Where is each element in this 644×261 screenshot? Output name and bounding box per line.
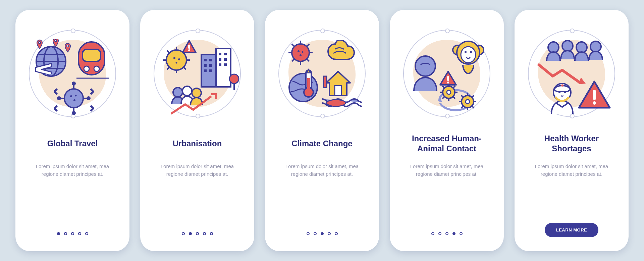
dot-5[interactable] [335, 232, 338, 235]
svg-rect-32 [224, 53, 227, 55]
svg-rect-38 [233, 84, 235, 90]
svg-point-7 [84, 66, 89, 71]
svg-rect-72 [562, 84, 563, 87]
svg-point-3 [55, 40, 57, 42]
svg-point-45 [300, 54, 302, 56]
dot-2[interactable] [314, 232, 317, 235]
svg-point-53 [415, 56, 435, 76]
dot-5[interactable] [460, 232, 463, 235]
svg-rect-25 [204, 59, 207, 61]
svg-point-63 [447, 90, 451, 94]
onboarding-card-2: Urbanisation Lorem ipsum dolor sit amet,… [140, 10, 254, 251]
svg-point-68 [576, 42, 587, 53]
svg-point-19 [178, 58, 180, 60]
svg-rect-34 [224, 58, 227, 61]
worker-shortage-icon [528, 30, 615, 117]
svg-point-16 [73, 99, 75, 101]
svg-point-59 [470, 51, 472, 53]
svg-point-40 [182, 86, 192, 96]
svg-point-12 [58, 97, 60, 100]
page-indicator [431, 232, 463, 235]
card-body: Lorem ipsum dolor sit amet, mea regione … [398, 163, 495, 178]
svg-point-65 [466, 100, 470, 104]
dot-1[interactable] [57, 232, 60, 235]
card-title: Increased Human-Animal Contact [398, 130, 495, 157]
dot-4[interactable] [203, 232, 206, 235]
onboarding-card-1: Global Travel Lorem ipsum dolor sit amet… [15, 10, 129, 251]
dot-4[interactable] [78, 232, 81, 235]
svg-rect-50 [335, 86, 341, 96]
card-title: Health Worker Shortages [523, 130, 620, 157]
dot-5[interactable] [210, 232, 213, 235]
card-body: Lorem ipsum dolor sit amet, mea regione … [523, 163, 620, 178]
svg-rect-27 [204, 64, 207, 67]
svg-point-52 [327, 100, 345, 106]
svg-rect-75 [593, 90, 596, 100]
svg-rect-51 [323, 76, 327, 88]
svg-rect-30 [209, 69, 212, 72]
svg-rect-23 [201, 55, 216, 87]
svg-point-11 [72, 112, 75, 114]
svg-point-41 [192, 88, 201, 98]
dot-3[interactable] [321, 232, 324, 235]
onboarding-card-5: Health Worker Shortages Lorem ipsum dolo… [515, 10, 629, 251]
dot-4[interactable] [328, 232, 331, 235]
card-body: Lorem ipsum dolor sit amet, mea regione … [24, 163, 121, 178]
dot-1[interactable] [182, 232, 185, 235]
svg-rect-49 [307, 78, 310, 90]
svg-rect-28 [209, 64, 212, 67]
dot-3[interactable] [71, 232, 74, 235]
svg-point-66 [548, 42, 559, 53]
page-indicator [182, 232, 213, 235]
card-title: Urbanisation [171, 130, 224, 157]
climate-change-icon [278, 30, 366, 117]
dot-1[interactable] [431, 232, 434, 235]
card-title: Global Travel [45, 130, 100, 157]
card-title: Climate Change [289, 130, 354, 157]
onboarding-card-3: Climate Change Lorem ipsum dolor sit ame… [265, 10, 379, 251]
dot-5[interactable] [85, 232, 88, 235]
svg-rect-36 [224, 63, 227, 66]
dot-2[interactable] [64, 232, 67, 235]
page-indicator [57, 232, 88, 235]
svg-point-69 [590, 41, 601, 52]
dot-3[interactable] [445, 232, 448, 235]
svg-point-37 [229, 74, 239, 84]
dot-2[interactable] [189, 232, 192, 235]
svg-rect-35 [219, 63, 221, 66]
svg-point-76 [593, 101, 596, 105]
svg-point-57 [461, 47, 476, 63]
svg-point-22 [188, 49, 190, 51]
svg-point-58 [465, 51, 467, 53]
human-animal-icon [403, 30, 490, 117]
urbanisation-icon [154, 30, 241, 117]
svg-rect-26 [209, 59, 212, 61]
dot-4[interactable] [452, 232, 455, 235]
dot-1[interactable] [307, 232, 310, 235]
svg-point-8 [94, 66, 99, 71]
svg-point-13 [87, 97, 90, 100]
page-indicator [307, 232, 338, 235]
svg-point-18 [173, 57, 175, 59]
svg-point-14 [70, 95, 72, 97]
global-travel-icon [29, 30, 116, 117]
onboarding-card-4: Increased Human-Animal Contact Lorem ips… [390, 10, 504, 251]
svg-point-15 [75, 95, 77, 97]
svg-rect-33 [219, 58, 221, 61]
svg-point-20 [176, 62, 177, 64]
dot-2[interactable] [438, 232, 441, 235]
svg-point-46 [289, 73, 317, 102]
svg-point-39 [173, 88, 182, 97]
card-body: Lorem ipsum dolor sit amet, mea regione … [274, 163, 370, 178]
learn-more-button[interactable]: LEARN MORE [545, 223, 599, 237]
svg-point-2 [39, 42, 41, 44]
svg-rect-24 [216, 49, 231, 87]
svg-point-9 [64, 89, 83, 108]
svg-rect-21 [188, 45, 190, 49]
svg-point-74 [564, 91, 566, 93]
svg-point-44 [302, 51, 304, 53]
svg-rect-31 [219, 53, 221, 55]
card-body: Lorem ipsum dolor sit amet, mea regione … [149, 163, 246, 178]
svg-point-4 [67, 45, 69, 47]
dot-3[interactable] [196, 232, 199, 235]
